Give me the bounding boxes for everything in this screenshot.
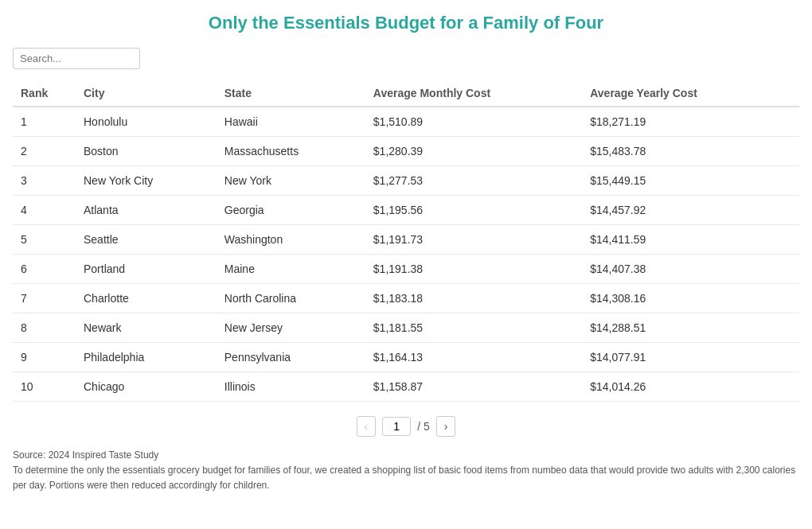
cell-yearly: $15,483.78	[582, 137, 799, 166]
cell-rank: 2	[13, 137, 76, 166]
table-body: 1 Honolulu Hawaii $1,510.89 $18,271.19 2…	[13, 107, 799, 402]
table-row: 5 Seattle Washington $1,191.73 $14,411.5…	[13, 225, 799, 255]
table-row: 2 Boston Massachusetts $1,280.39 $15,483…	[13, 137, 799, 166]
col-header-yearly: Average Yearly Cost	[582, 80, 799, 107]
cell-rank: 8	[13, 313, 76, 343]
cell-monthly: $1,277.53	[365, 166, 582, 196]
cell-city: Chicago	[76, 372, 217, 402]
cell-monthly: $1,191.38	[365, 255, 582, 284]
cell-monthly: $1,195.56	[365, 196, 582, 225]
description-text: To determine the only the essentials gro…	[13, 463, 799, 493]
cell-monthly: $1,191.73	[365, 225, 582, 255]
cell-city: Atlanta	[76, 196, 217, 225]
table-row: 8 Newark New Jersey $1,181.55 $14,288.51	[13, 313, 799, 343]
cell-state: Illinois	[217, 372, 365, 402]
cell-state: Hawaii	[217, 107, 365, 137]
footer: Source: 2024 Inspired Taste Study To det…	[13, 448, 799, 494]
cell-city: Portland	[76, 255, 217, 284]
cell-state: Maine	[217, 255, 365, 284]
cell-city: Honolulu	[76, 107, 217, 137]
cell-yearly: $18,271.19	[582, 107, 799, 137]
cell-rank: 5	[13, 225, 76, 255]
cell-yearly: $15,449.15	[582, 166, 799, 196]
prev-page-button[interactable]: ‹	[357, 416, 377, 437]
search-container	[13, 48, 799, 69]
cell-yearly: $14,407.38	[582, 255, 799, 284]
cell-rank: 3	[13, 166, 76, 196]
cell-city: Charlotte	[76, 284, 217, 313]
cell-yearly: $14,457.92	[582, 196, 799, 225]
col-header-city: City	[76, 80, 217, 107]
cell-rank: 1	[13, 107, 76, 137]
col-header-state: State	[217, 80, 365, 107]
cell-state: Washington	[217, 225, 365, 255]
cell-rank: 6	[13, 255, 76, 284]
cell-monthly: $1,164.13	[365, 343, 582, 372]
cell-rank: 4	[13, 196, 76, 225]
cell-monthly: $1,181.55	[365, 313, 582, 343]
page-total: / 5	[417, 420, 430, 433]
cell-state: New Jersey	[217, 313, 365, 343]
cell-yearly: $14,308.16	[582, 284, 799, 313]
cell-state: Massachusetts	[217, 137, 365, 166]
col-header-rank: Rank	[13, 80, 76, 107]
cell-rank: 7	[13, 284, 76, 313]
table-row: 9 Philadelphia Pennsylvania $1,164.13 $1…	[13, 343, 799, 372]
cell-state: Georgia	[217, 196, 365, 225]
data-table: Rank City State Average Monthly Cost Ave…	[13, 80, 799, 402]
cell-city: New York City	[76, 166, 217, 196]
table-row: 6 Portland Maine $1,191.38 $14,407.38	[13, 255, 799, 284]
cell-monthly: $1,158.87	[365, 372, 582, 402]
cell-state: New York	[217, 166, 365, 196]
search-input[interactable]	[13, 48, 140, 69]
table-row: 4 Atlanta Georgia $1,195.56 $14,457.92	[13, 196, 799, 225]
col-header-monthly: Average Monthly Cost	[365, 80, 582, 107]
table-row: 10 Chicago Illinois $1,158.87 $14,014.26	[13, 372, 799, 402]
cell-city: Newark	[76, 313, 217, 343]
source-text: Source: 2024 Inspired Taste Study	[13, 448, 799, 463]
cell-yearly: $14,288.51	[582, 313, 799, 343]
cell-city: Boston	[76, 137, 217, 166]
next-page-button[interactable]: ›	[436, 416, 456, 437]
cell-monthly: $1,183.18	[365, 284, 582, 313]
cell-rank: 9	[13, 343, 76, 372]
cell-monthly: $1,280.39	[365, 137, 582, 166]
cell-yearly: $14,411.59	[582, 225, 799, 255]
table-row: 1 Honolulu Hawaii $1,510.89 $18,271.19	[13, 107, 799, 137]
page-title: Only the Essentials Budget for a Family …	[13, 13, 799, 33]
table-header: Rank City State Average Monthly Cost Ave…	[13, 80, 799, 107]
cell-rank: 10	[13, 372, 76, 402]
table-row: 3 New York City New York $1,277.53 $15,4…	[13, 166, 799, 196]
cell-city: Seattle	[76, 225, 217, 255]
cell-yearly: $14,014.26	[582, 372, 799, 402]
pagination: ‹ / 5 ›	[13, 416, 799, 437]
cell-monthly: $1,510.89	[365, 107, 582, 137]
cell-state: Pennsylvania	[217, 343, 365, 372]
table-row: 7 Charlotte North Carolina $1,183.18 $14…	[13, 284, 799, 313]
page-number-input[interactable]	[382, 417, 411, 436]
cell-city: Philadelphia	[76, 343, 217, 372]
cell-yearly: $14,077.91	[582, 343, 799, 372]
cell-state: North Carolina	[217, 284, 365, 313]
